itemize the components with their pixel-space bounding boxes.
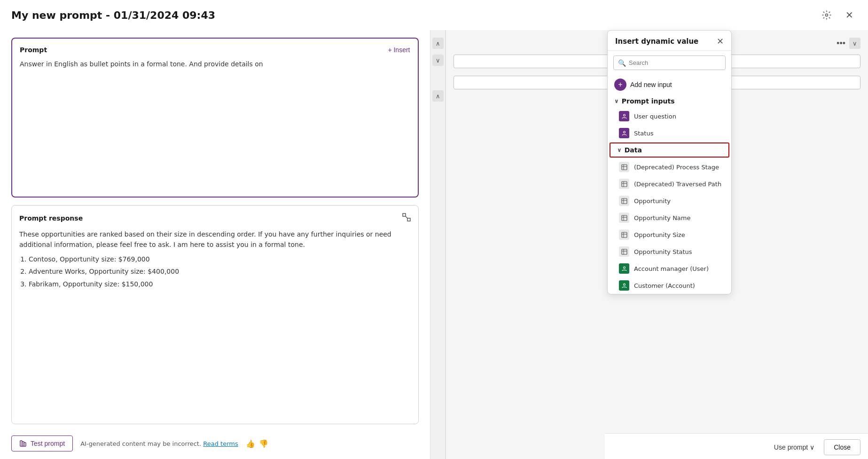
scroll-up-arrow[interactable]: ∧ [432, 38, 444, 49]
svg-rect-6 [22, 442, 24, 446]
user-question-label: User question [634, 113, 676, 120]
bottom-bar: Use prompt ∨ Close [605, 433, 868, 459]
svg-rect-18 [622, 215, 627, 221]
add-new-input-label: Add new input [630, 81, 672, 88]
add-new-input-button[interactable]: + Add new input [608, 75, 731, 95]
prompt-label: Prompt [20, 46, 47, 54]
prompt-section: Prompt + Insert Answer in English as bul… [11, 38, 419, 198]
settings-icon[interactable] [819, 8, 834, 23]
search-input[interactable] [613, 55, 726, 70]
svg-point-7 [623, 114, 625, 116]
data-item-account-manager[interactable]: Account manager (User) [608, 260, 731, 277]
table-icon-6 [619, 246, 629, 257]
data-item-opportunity-status[interactable]: Opportunity Status [608, 243, 731, 260]
response-label: Prompt response [19, 214, 83, 222]
thumbs-down-icon[interactable]: 👎 [259, 439, 268, 448]
deprecated-process-stage-label: (Deprecated) Process Stage [634, 164, 719, 171]
expand-icon[interactable] [402, 213, 411, 223]
panel-title: Insert dynamic value [615, 37, 698, 46]
prompt-text: Answer in English as bullet points in a … [20, 59, 410, 69]
insert-button[interactable]: + Insert [388, 46, 410, 54]
dynamic-value-panel: Insert dynamic value ✕ 🔍 + Add new input… [607, 30, 732, 294]
customer-account-icon [619, 280, 629, 291]
use-prompt-button[interactable]: Use prompt ∨ [768, 440, 820, 455]
close-icon[interactable]: ✕ [842, 8, 857, 23]
data-label: Data [625, 146, 642, 154]
opportunity-name-label: Opportunity Name [634, 214, 691, 222]
account-manager-label: Account manager (User) [634, 265, 709, 272]
svg-rect-1 [403, 214, 406, 216]
left-panel: Prompt + Insert Answer in English as bul… [0, 30, 430, 459]
table-icon [619, 162, 629, 172]
app-header: My new prompt - 01/31/2024 09:43 ✕ [0, 0, 868, 30]
search-box: 🔍 [613, 55, 726, 70]
svg-point-28 [623, 284, 625, 285]
table-icon-5 [619, 230, 629, 240]
footer-row: Test prompt AI-generated content may be … [11, 432, 419, 453]
account-manager-icon [619, 263, 629, 274]
response-paragraph: These opportunities are ranked based on … [19, 229, 411, 250]
data-item-customer-account[interactable]: Customer (Account) [608, 277, 731, 294]
panel-header: Insert dynamic value ✕ [608, 31, 731, 51]
response-body: These opportunities are ranked based on … [19, 229, 411, 289]
svg-rect-24 [622, 249, 627, 254]
prompt-inputs-label: Prompt inputs [622, 97, 675, 105]
opportunity-size-label: Opportunity Size [634, 231, 685, 238]
svg-rect-21 [622, 232, 627, 237]
status-label: Status [634, 130, 653, 137]
test-prompt-button[interactable]: Test prompt [11, 435, 73, 451]
use-prompt-label: Use prompt [774, 443, 808, 451]
config-chevron-down[interactable]: ∨ [849, 38, 860, 49]
table-icon-2 [619, 179, 629, 189]
page-title: My new prompt - 01/31/2024 09:43 [11, 9, 215, 21]
scroll-column: ∧ ∨ ∧ [430, 30, 446, 459]
list-item: Contoso, Opportunity size: $769,000 [29, 254, 411, 264]
svg-line-3 [406, 216, 407, 218]
prompt-input-user-question[interactable]: User question [608, 108, 731, 125]
svg-rect-2 [407, 218, 410, 221]
user-question-icon [619, 111, 629, 121]
more-options-button[interactable]: ••• [837, 38, 845, 49]
use-prompt-chevron: ∨ [810, 443, 814, 451]
read-terms-link[interactable]: Read terms [203, 440, 238, 447]
data-item-opportunity[interactable]: Opportunity [608, 192, 731, 209]
search-icon: 🔍 [618, 59, 626, 67]
test-prompt-label: Test prompt [31, 440, 65, 447]
status-icon [619, 128, 629, 138]
table-icon-3 [619, 196, 629, 206]
svg-rect-12 [622, 182, 627, 187]
data-item-opportunity-name[interactable]: Opportunity Name [608, 209, 731, 226]
chevron-down-icon: ∨ [614, 98, 619, 104]
opportunity-label: Opportunity [634, 198, 671, 205]
data-chevron-down-icon: ∨ [617, 147, 622, 153]
data-item-deprecated-process-stage[interactable]: (Deprecated) Process Stage [608, 158, 731, 175]
customer-account-label: Customer (Account) [634, 282, 695, 289]
svg-rect-9 [622, 165, 627, 170]
response-list: Contoso, Opportunity size: $769,000 Adve… [19, 254, 411, 289]
data-section-header[interactable]: ∨ Data [610, 142, 729, 158]
list-item: Fabrikam, Opportunity size: $150,000 [29, 279, 411, 289]
response-section: Prompt response These opportunities are … [11, 205, 419, 424]
prompt-inputs-section-header[interactable]: ∨ Prompt inputs [608, 95, 731, 108]
close-button[interactable]: Close [824, 439, 860, 455]
thumbs-up-icon[interactable]: 👍 [246, 439, 255, 448]
data-item-deprecated-traversed-path[interactable]: (Deprecated) Traversed Path [608, 175, 731, 192]
deprecated-traversed-path-label: (Deprecated) Traversed Path [634, 181, 721, 188]
opportunity-status-label: Opportunity Status [634, 248, 692, 255]
svg-point-27 [623, 267, 625, 269]
svg-point-8 [623, 131, 625, 133]
table-icon-4 [619, 213, 629, 223]
scroll-up-arrow-2[interactable]: ∧ [432, 90, 444, 102]
prompt-input-status[interactable]: Status [608, 125, 731, 142]
data-item-opportunity-size[interactable]: Opportunity Size [608, 226, 731, 243]
feedback-icons: 👍 👎 [246, 439, 268, 448]
response-header: Prompt response [19, 213, 411, 223]
add-icon: + [614, 79, 626, 91]
svg-point-0 [826, 14, 828, 16]
list-item: Adventure Works, Opportunity size: $400,… [29, 266, 411, 277]
main-layout: Prompt + Insert Answer in English as bul… [0, 30, 868, 459]
ai-disclaimer: AI-generated content may be incorrect. R… [80, 440, 238, 447]
panel-close-button[interactable]: ✕ [717, 37, 724, 46]
prompt-header: Prompt + Insert [20, 46, 410, 54]
scroll-down-arrow[interactable]: ∨ [432, 55, 444, 66]
